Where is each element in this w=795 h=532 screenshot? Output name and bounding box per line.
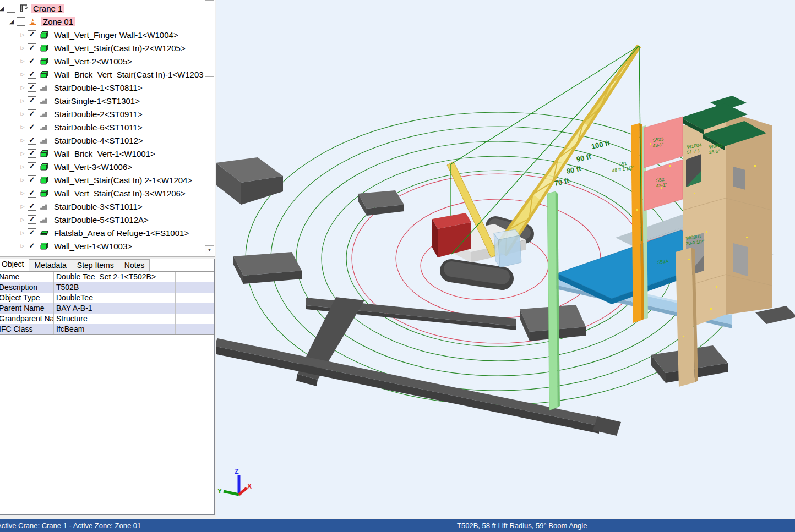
expand-arrow-icon[interactable]: ▷ — [18, 177, 27, 183]
tree-checkbox[interactable]: ✓ — [28, 228, 36, 237]
property-label: Grandparent Name — [0, 314, 54, 324]
tree-item-label[interactable]: Wall_Vert_Finger Wall-1<W1004> — [52, 30, 180, 40]
z-axis-label: Z — [235, 468, 238, 475]
expand-arrow-icon[interactable]: ▷ — [18, 190, 27, 196]
tree-item[interactable]: ▷✓Wall_Vert_Stair(Cast In)-2<W1205> — [18, 41, 215, 54]
tree-checkbox[interactable]: ✓ — [28, 70, 36, 79]
tree-item-label[interactable]: StairSingle-1<ST1301> — [52, 96, 141, 106]
tree-scrollbar[interactable]: ▼ — [204, 0, 215, 256]
expand-arrow-icon[interactable]: ▷ — [18, 32, 27, 37]
tree-item[interactable]: ▷✓Wall_Vert-3<W1006> — [18, 160, 215, 173]
tree-item-label[interactable]: Flatslab_Area of Refuge-1<FS1001> — [52, 228, 190, 238]
tree-checkbox[interactable] — [17, 17, 25, 26]
tree-item[interactable]: ▷✓Wall_Brick_Vert_Stair(Cast In)-1<W1203… — [18, 68, 215, 81]
tree-item[interactable]: ▷✓Wall_Vert-2<W1005> — [18, 54, 215, 68]
wall-icon — [40, 189, 50, 198]
tree-item-label[interactable]: Wall_Vert_Stair(Cast In)-3<W1206> — [52, 189, 187, 198]
tree-checkbox[interactable]: ✓ — [28, 175, 36, 184]
tree-item-label[interactable]: Wall_Brick_Vert-1<W1001> — [52, 149, 157, 158]
tree-item-label[interactable]: Wall_Vert-3<W1006> — [52, 162, 134, 172]
tree-item[interactable]: ▷✓StairDouble-4<ST1012> — [18, 134, 215, 147]
tree-item[interactable]: ▷✓Wall_Vert_Finger Wall-1<W1004> — [18, 28, 215, 41]
collapse-arrow-icon[interactable]: ◢ — [0, 5, 6, 12]
tree-checkbox[interactable]: ✓ — [28, 136, 36, 145]
expand-arrow-icon[interactable]: ▷ — [18, 217, 27, 222]
expand-arrow-icon[interactable]: ▷ — [18, 85, 27, 90]
expand-arrow-icon[interactable]: ▷ — [18, 98, 27, 103]
expand-arrow-icon[interactable]: ▷ — [18, 138, 27, 143]
tree-item[interactable]: ▷✓StairSingle-1<ST1301> — [18, 94, 215, 107]
property-value[interactable]: IfcBeam — [54, 324, 176, 334]
tree-item[interactable]: ▷✓StairDouble-5<ST1012A> — [18, 213, 215, 226]
tree-item[interactable]: ◢Crane 1 — [0, 2, 215, 15]
tab-metadata[interactable]: Metadata — [29, 259, 72, 271]
tree-checkbox[interactable]: ✓ — [28, 202, 36, 211]
tree-item[interactable]: ▷✓Wall_Brick_Vert-1<W1001> — [18, 147, 215, 160]
tree-item[interactable]: ▷✓Wall_Vert_Stair(Cast In) 2-1<W1204> — [18, 173, 215, 187]
tree-checkbox[interactable]: ✓ — [28, 189, 36, 198]
expand-arrow-icon[interactable]: ▷ — [18, 243, 27, 249]
tree-item[interactable]: ▷✓StairDouble-3<ST1011> — [18, 200, 215, 213]
expand-arrow-icon[interactable]: ▷ — [18, 151, 27, 156]
tree-checkbox[interactable]: ✓ — [28, 123, 36, 131]
crane-cab — [494, 229, 521, 267]
tree-checkbox[interactable]: ✓ — [28, 96, 36, 105]
scrollbar-thumb[interactable] — [205, 0, 214, 77]
tree-item[interactable]: ▷✓Flatslab_Area of Refuge-1<FS1001> — [18, 226, 215, 239]
tree-item-label[interactable]: StairDouble-1<ST0811> — [52, 83, 144, 92]
tree-item[interactable]: ▷✓StairDouble-1<ST0811> — [18, 81, 215, 94]
expand-arrow-icon[interactable]: ▷ — [18, 204, 27, 209]
expand-arrow-icon[interactable]: ▷ — [18, 164, 27, 169]
tree-checkbox[interactable]: ✓ — [28, 57, 36, 65]
expand-arrow-icon[interactable]: ▷ — [18, 58, 27, 64]
tab-step-items[interactable]: Step Items — [72, 259, 119, 271]
wall-icon — [40, 31, 50, 39]
tree-item-label[interactable]: Wall_Vert-1<W1003> — [52, 242, 134, 251]
tab-object[interactable]: Object — [0, 259, 29, 271]
tree-checkbox[interactable]: ✓ — [28, 109, 36, 118]
tree-item-label[interactable]: StairDouble-6<ST1011> — [52, 123, 144, 132]
expand-arrow-icon[interactable]: ▷ — [18, 111, 27, 117]
tree-checkbox[interactable]: ✓ — [28, 149, 36, 158]
tree-item[interactable]: ▷✓Wall_Vert-1<W1003> — [18, 239, 215, 253]
property-label: Name — [0, 272, 54, 282]
tree-item[interactable]: ▷✓StairDouble-6<ST1011> — [18, 120, 215, 134]
tree-item-label[interactable]: Zone 01 — [41, 17, 75, 26]
expand-arrow-icon[interactable]: ▷ — [18, 45, 27, 51]
tree-item-label[interactable]: StairDouble-4<ST1012> — [52, 136, 145, 145]
scrollbar-down-icon[interactable]: ▼ — [205, 245, 214, 255]
tree-item-label[interactable]: StairDouble-3<ST1011> — [52, 202, 144, 211]
tree-item[interactable]: ▷✓StairDouble-2<ST0911> — [18, 107, 215, 120]
tab-notes[interactable]: Notes — [119, 259, 150, 271]
tree-item-label[interactable]: Wall_Vert-2<W1005> — [52, 57, 134, 66]
tree-item[interactable]: ▷✓Wall_Vert_Stair(Cast In)-3<W1206> — [18, 187, 215, 200]
tree-checkbox[interactable]: ✓ — [28, 215, 36, 224]
expand-arrow-icon[interactable]: ▷ — [18, 124, 27, 130]
tree-item-label[interactable]: Crane 1 — [31, 4, 64, 13]
tree-item-label[interactable]: Wall_Vert_Stair(Cast In) 2-1<W1204> — [52, 175, 194, 185]
property-row: Object TypeDoubleTee — [0, 293, 214, 303]
tree-item-label[interactable]: Wall_Brick_Vert_Stair(Cast In)-1<W1203> — [52, 70, 210, 79]
tree-item-label[interactable]: StairDouble-5<ST1012A> — [52, 215, 150, 224]
tan-wall-panel — [676, 248, 695, 387]
cone-icon — [29, 18, 39, 26]
property-value[interactable]: T502B — [54, 282, 176, 293]
property-value[interactable]: BAY A-B-1 — [54, 303, 176, 314]
expand-arrow-icon[interactable]: ▷ — [18, 230, 27, 235]
tree-checkbox[interactable]: ✓ — [28, 162, 36, 171]
property-value[interactable]: DoubleTee — [54, 293, 176, 303]
tree-checkbox[interactable]: ✓ — [28, 30, 36, 39]
collapse-arrow-icon[interactable]: ◢ — [7, 18, 16, 25]
tree-checkbox[interactable] — [7, 4, 15, 13]
3d-viewport[interactable]: 100 ft90 ft80 ft70 ftS52343-1"S5243-1"S5… — [216, 0, 795, 518]
tree-item[interactable]: ◢Zone 01 — [7, 15, 215, 28]
property-row: NameDouble Tee_Set 2-1<T502B> — [0, 272, 214, 282]
tree-checkbox[interactable]: ✓ — [28, 83, 36, 92]
expand-arrow-icon[interactable]: ▷ — [18, 72, 27, 77]
property-value[interactable]: Structure — [54, 314, 176, 324]
property-value[interactable]: Double Tee_Set 2-1<T502B> — [54, 272, 176, 282]
tree-checkbox[interactable]: ✓ — [28, 43, 36, 52]
tree-item-label[interactable]: StairDouble-2<ST0911> — [52, 109, 144, 119]
tree-item-label[interactable]: Wall_Vert_Stair(Cast In)-2<W1205> — [52, 43, 187, 53]
tree-checkbox[interactable]: ✓ — [28, 242, 36, 250]
